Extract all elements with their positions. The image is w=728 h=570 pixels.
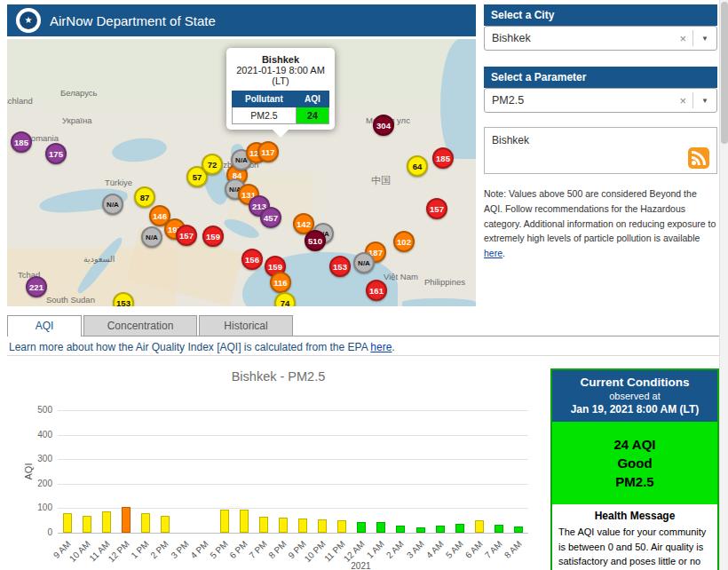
map-marker[interactable]: 161 <box>366 280 387 301</box>
note-period: . <box>502 248 505 258</box>
popup-aqi-value: 24 <box>296 107 328 124</box>
popup-datetime: 2021-01-19 8:00 AM <box>232 65 329 75</box>
chart-bar[interactable] <box>141 513 150 533</box>
map-place-label: South Sudan <box>46 295 95 305</box>
map-place-label: schland <box>7 96 33 106</box>
chart-x-axis <box>58 533 528 534</box>
chart-bar[interactable] <box>514 526 523 533</box>
popup-timezone: (LT) <box>232 75 329 86</box>
map-marker[interactable]: 102 <box>393 231 415 252</box>
popup-city: Bishkek <box>232 54 329 65</box>
map-marker[interactable]: 157 <box>176 225 197 246</box>
map-marker[interactable]: 185 <box>432 147 454 169</box>
tab-historical[interactable]: Historical <box>199 315 293 336</box>
city-select[interactable]: Bishkek × ▼ <box>484 26 717 51</box>
scrollbar-track[interactable] <box>719 0 728 570</box>
scrollbar-thumb[interactable] <box>721 2 728 144</box>
map-marker[interactable]: 510 <box>305 230 326 251</box>
chart-bar[interactable] <box>455 524 464 533</box>
tab-concentration[interactable]: Concentration <box>83 315 197 336</box>
chart-bar[interactable] <box>122 507 131 533</box>
current-aqi-category: Good <box>556 454 714 472</box>
popup-col-pollutant: Pollutant <box>233 91 297 107</box>
chart-bar[interactable] <box>240 510 249 533</box>
chart-y-tick: 200 <box>20 479 52 488</box>
parameter-select-value: PM2.5 <box>485 94 673 107</box>
chart-y-tick: 300 <box>20 454 52 463</box>
chart-bar[interactable] <box>279 518 288 533</box>
page: ★ AirNow Department of State БеларусьУкр… <box>0 0 728 570</box>
map-marker[interactable]: N/A <box>353 252 375 273</box>
map-marker[interactable]: 457 <box>260 207 281 228</box>
chart-bar[interactable] <box>357 522 366 533</box>
chart-bar[interactable] <box>495 525 503 533</box>
chart-bar[interactable] <box>337 520 346 533</box>
popup-table: Pollutant AQI PM2.5 24 <box>232 91 329 124</box>
select-parameter-header: Select a Parameter <box>484 67 717 88</box>
chart-bar[interactable] <box>298 519 307 533</box>
learn-more-body: Learn more about how the Air Quality Ind… <box>9 341 370 353</box>
popup-pollutant-value: PM2.5 <box>233 107 297 124</box>
chart-y-tick: 100 <box>20 503 52 512</box>
map-marker[interactable]: 159 <box>202 226 224 247</box>
map-marker[interactable]: 175 <box>45 143 67 164</box>
learn-more-period: . <box>392 341 394 353</box>
chart-bar[interactable] <box>318 519 327 533</box>
dos-seal-logo: ★ <box>16 8 41 33</box>
chart-bar[interactable] <box>396 526 405 533</box>
rss-feed-box: Bishkek <box>484 127 717 174</box>
map-popup: Bishkek 2021-01-19 8:00 AM (LT) Pollutan… <box>226 48 335 130</box>
current-conditions-title: Current Conditions <box>556 376 714 389</box>
chart-bar[interactable] <box>376 522 385 533</box>
chart-bar[interactable] <box>259 517 268 533</box>
chart-bar[interactable] <box>220 510 229 533</box>
health-message-header: Health Message <box>552 504 717 525</box>
tab-aqi[interactable]: AQI <box>7 315 82 336</box>
chevron-down-icon[interactable]: ▼ <box>693 97 716 105</box>
chart-title: Bishkek - PM2.5 <box>13 369 543 384</box>
chart-y-axis-label: AQI <box>23 463 34 480</box>
observed-at-label: observed at <box>556 391 714 401</box>
map-marker[interactable]: 221 <box>26 276 47 297</box>
aqi-chart: Bishkek - PM2.5 AQI 01002003004005009 AM… <box>13 361 543 570</box>
chart-gridline <box>58 410 528 411</box>
chart-y-tick: 500 <box>20 405 52 415</box>
map-marker[interactable]: 185 <box>11 131 32 153</box>
map-marker[interactable]: 156 <box>241 249 263 270</box>
water-region <box>111 136 168 164</box>
map-marker[interactable]: N/A <box>141 226 162 248</box>
chart-bar[interactable] <box>475 520 484 533</box>
chart-bar[interactable] <box>161 516 170 533</box>
map-marker[interactable]: 304 <box>373 115 394 136</box>
map-marker[interactable]: 64 <box>407 155 428 177</box>
water-region <box>440 39 476 159</box>
chart-gridline <box>58 459 528 460</box>
map-marker[interactable]: 72 <box>202 154 223 175</box>
learn-more-here-link[interactable]: here <box>370 341 392 353</box>
parameter-clear-icon[interactable]: × <box>673 94 692 107</box>
chart-bar[interactable] <box>102 511 111 533</box>
parameter-select[interactable]: PM2.5 × ▼ <box>484 88 717 113</box>
rss-icon[interactable] <box>688 147 709 169</box>
map-marker[interactable]: N/A <box>102 194 123 215</box>
chart-gridline <box>58 484 528 485</box>
chart-bar[interactable] <box>63 513 72 533</box>
map-marker[interactable]: 116 <box>270 272 291 293</box>
map-marker[interactable]: 157 <box>426 198 447 219</box>
rss-city-label: Bishkek <box>492 134 529 146</box>
select-city-header: Select a City <box>484 4 717 26</box>
chevron-down-icon[interactable]: ▼ <box>693 35 716 43</box>
map-marker[interactable]: 87 <box>134 186 155 208</box>
aqi-category-box: 24 AQI Good PM2.5 <box>552 422 717 504</box>
map[interactable]: БеларусьУкраїнаRomaniaschlandTürkiyeO'zb… <box>7 39 476 306</box>
observed-at-datetime: Jan 19, 2021 8:00 AM (LT) <box>556 403 714 416</box>
chart-bar[interactable] <box>416 527 425 533</box>
chart-bar[interactable] <box>83 516 91 533</box>
seal-emblem-icon: ★ <box>20 12 37 29</box>
note-here-link[interactable]: here <box>484 248 502 258</box>
map-place-label: 中国 <box>371 174 391 187</box>
city-clear-icon[interactable]: × <box>673 32 692 45</box>
chart-bar[interactable] <box>436 526 445 533</box>
map-marker[interactable]: 117 <box>257 141 279 162</box>
map-marker[interactable]: 153 <box>329 256 351 277</box>
